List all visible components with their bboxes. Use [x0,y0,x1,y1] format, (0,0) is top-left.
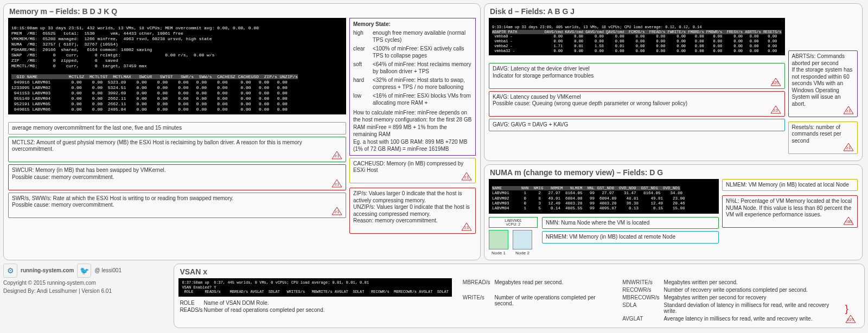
warn-icon: ≥25 [770,78,781,86]
disk-callout-davg: DAVG: Latency at the device driver level… [489,63,785,89]
disk-callout-abrts: ABRTS/s: Commands aborted per second If … [788,50,858,117]
disk-panel: Disk d – Fields: A B G J 9:33:14am up 33… [484,3,863,161]
vsan-panel-title: VSAN x [178,267,860,276]
vsan-defs-3: MNWRITE/sMegabytes written per second. R… [621,278,835,323]
numa-callout-nrmem: NRMEM: VM Memory (in MB) located at remo… [542,231,719,244]
gear-icon: ⚙ [3,264,17,278]
memory-callout-mctlsz: MCTLSZ: Amount of guest physial memory (… [8,137,346,163]
warn-icon: ≥1 [843,106,854,114]
memory-terminal: 10:15:00am up 33 days 23:51, 432 worlds,… [8,18,346,114]
numa-callout-nlmem: NLMEM: VM Memory (in MB) located at loca… [722,179,858,191]
copyright-line: Copyright © 2015 running-system.com [3,280,170,286]
memory-panel-title: Memory m – Fields: B D J K Q [8,7,476,16]
warn-icon: ≥25 [845,315,856,323]
memory-panel: Memory m – Fields: B D J K Q 10:15:00am … [3,3,481,260]
memory-callout-swrws: SWR/s, SWW/s: Rate at which the ESXi Hos… [8,193,346,219]
disk-callout-kavg: KAVG: Latency caused by VMKernel Possibl… [489,91,785,117]
numa-callout-nmn: NMN: Numa Node where the VM is located [542,217,719,229]
designed-by-line: Designed By: Andi Lesslhumer | Version 6… [3,288,170,294]
warn-icon: ≥1 [461,222,472,231]
warn-icon: ≥1 [331,207,342,215]
numa-panel-title: NUMA m (change to memory view) – Fields:… [489,168,858,177]
brand-box: ⚙ running-system.com 🐦 @ lessi001 Copyri… [3,264,170,328]
vsan-panel: VSAN x 8:37:58am up 6:37, 445 worlds, 0 … [174,264,865,328]
vsan-terminal: 8:37:58am up 6:37, 445 worlds, 0 VMs, 0 … [178,278,451,297]
numa-panel: NUMA m (change to memory view) – Fields:… [484,164,863,260]
disk-terminal: 9:33:14am up 33 days 23:09, 405 worlds, … [489,18,785,55]
disk-callout-resets: Resets/s: number of commands reset per s… [788,121,858,154]
site-label: running-system.com [21,267,74,273]
numa-node-1 [489,230,508,249]
disk-callout-gavg: GAVG: GAVG = DAVG + KAVG [489,119,785,131]
memory-callout-swcur: SWCUR: Memory (in MB) that has been swap… [8,164,346,190]
numa-terminal: NAME NHN NMIG NRMEM NLMEM N%L GST_ND0 OV… [489,179,719,214]
disk-panel-title: Disk d – Fields: A B G J [489,7,858,16]
numa-vm-box: LABVM01 vCPU: 2 [489,217,538,228]
vsan-defs-1: ROLEName of VSAN DOM Role.READS/sNumber … [178,299,326,314]
twitter-icon: 🐦 [77,264,91,278]
warn-icon: ≥1 [331,151,342,159]
warn-icon: ≥3 [770,105,781,114]
memory-callout-cacheusd: CACHEUSD: Memory (in MB) compressed by E… [349,158,476,184]
memory-callout-overcommit: average memory overcommitment for the la… [8,122,346,135]
memory-callout-zip: ZIP/s: Values larger 0 indicate that the… [349,188,476,234]
memory-state-box: Memory State: highenough free memory ava… [349,18,476,156]
warn-icon: ≥1 [843,143,854,151]
warn-icon: ≥1 [461,172,472,181]
numa-node-2 [513,230,532,249]
vsan-defs-2: MBREAD/sMegabytes read per second. WRITE… [462,278,611,323]
numa-callout-nl: N%L: Percentage of VM Memory located at … [722,195,858,228]
warn-icon: ≥1 [331,179,342,188]
warn-icon: <80 [843,216,854,225]
twitter-handle: @ lessi001 [94,267,122,273]
